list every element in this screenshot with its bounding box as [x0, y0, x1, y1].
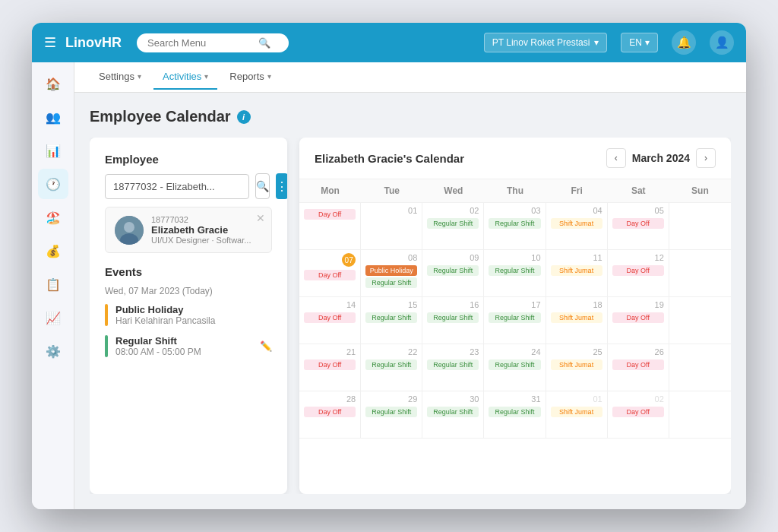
cal-cell[interactable]: 14 Day Off — [299, 297, 361, 344]
cal-cell[interactable]: 02 Regular Shift — [422, 203, 484, 249]
calendar-week-5: 28 Day Off 29 Regular Shift 30 Regular S… — [299, 391, 731, 439]
day-header-wed: Wed — [422, 179, 484, 202]
cal-cell[interactable]: 31 Regular Shift — [484, 391, 546, 438]
shift-tag: Regular Shift — [427, 312, 479, 323]
sidebar-item-analytics[interactable]: 📊 — [38, 135, 68, 166]
employee-search-input[interactable] — [105, 174, 249, 199]
reports-chevron-icon: ▾ — [267, 72, 271, 81]
calendar-prev-button[interactable]: ‹ — [606, 148, 626, 168]
cal-date: 05 — [612, 206, 664, 215]
cal-cell[interactable]: 26 Day Off — [608, 344, 669, 391]
cal-cell[interactable]: 19 Day Off — [608, 297, 669, 344]
cal-date: 23 — [427, 347, 479, 356]
cal-cell[interactable]: 29 Regular Shift — [361, 391, 422, 438]
day-header-fri: Fri — [546, 179, 608, 202]
cal-date: 10 — [489, 253, 540, 262]
hamburger-icon[interactable]: ☰ — [44, 34, 56, 51]
tab-reports[interactable]: Reports ▾ — [220, 65, 280, 90]
day-header-mon: Mon — [299, 179, 361, 202]
language-selector[interactable]: EN ▾ — [621, 33, 658, 52]
info-icon[interactable]: i — [237, 110, 251, 124]
tab-activities[interactable]: Activities ▾ — [153, 65, 217, 90]
calendar-week-1: Day Off 01 02 Regular Shift — [299, 203, 731, 250]
cal-cell[interactable] — [669, 250, 731, 296]
sidebar-item-home[interactable]: 🏠 — [38, 68, 68, 99]
calendar-header: Elizabeth Gracie's Calendar ‹ March 2024… — [299, 138, 731, 179]
cal-cell[interactable]: 09 Regular Shift — [422, 250, 484, 296]
sidebar-item-leave[interactable]: 🏖️ — [38, 202, 68, 233]
search-input[interactable] — [147, 37, 254, 49]
user-profile-button[interactable]: 👤 — [710, 30, 734, 55]
cal-cell[interactable]: 24 Regular Shift — [484, 344, 546, 391]
shift-tag: Regular Shift — [427, 407, 479, 417]
shift-tag: Day Off — [612, 312, 664, 323]
events-section: Events Wed, 07 Mar 2023 (Today) Public H… — [105, 265, 272, 366]
calendar-next-button[interactable]: › — [696, 148, 716, 168]
shift-tag: Day Off — [612, 359, 664, 370]
cal-date-today: 07 — [342, 253, 356, 267]
event-edit-button[interactable]: ✏️ — [260, 340, 272, 352]
cal-date: 09 — [427, 253, 479, 262]
dots-icon: ⋮ — [276, 179, 287, 194]
cal-cell[interactable]: 18 Shift Jumat — [546, 297, 608, 344]
cal-cell[interactable]: Day Off — [299, 203, 361, 249]
cal-cell[interactable]: 23 Regular Shift — [422, 344, 484, 391]
employee-section: Employee 🔍 ⋮ — [105, 153, 272, 253]
cal-cell[interactable]: 25 Shift Jumat — [546, 344, 608, 391]
sidebar-item-employees[interactable]: 👥 — [38, 102, 68, 132]
cal-cell[interactable]: 22 Regular Shift — [361, 344, 422, 391]
shift-tag: Shift Jumat — [551, 359, 602, 370]
shift-tag: Day Off — [304, 359, 356, 370]
cal-cell[interactable]: 17 Regular Shift — [484, 297, 546, 344]
user-icon: 👤 — [715, 36, 729, 49]
employee-role: UI/UX Designer · Softwar... — [151, 236, 262, 245]
cal-cell[interactable]: 03 Regular Shift — [484, 203, 546, 249]
shift-tag: Shift Jumat — [551, 407, 602, 417]
cal-date: 25 — [551, 347, 602, 356]
cal-cell[interactable]: 15 Regular Shift — [361, 297, 422, 344]
employee-menu-button[interactable]: ⋮ — [276, 173, 287, 199]
cal-cell[interactable] — [669, 203, 731, 249]
cal-date: 18 — [551, 300, 602, 309]
close-employee-button[interactable]: ✕ — [256, 212, 265, 224]
reports-icon: 📈 — [46, 311, 61, 325]
calendar-title: Elizabeth Gracie's Calendar — [315, 152, 464, 165]
cal-cell[interactable]: 01 Shift Jumat — [546, 391, 608, 438]
employees-icon: 👥 — [46, 110, 61, 125]
notification-button[interactable]: 🔔 — [672, 30, 696, 55]
sidebar-item-settings[interactable]: ⚙️ — [38, 336, 68, 366]
employee-section-title: Employee — [105, 153, 272, 166]
cal-cell[interactable]: 01 — [361, 203, 422, 249]
cal-cell[interactable]: 08 Public Holiday Regular Shift — [361, 250, 422, 296]
cal-cell[interactable]: 12 Day Off — [608, 250, 669, 296]
cal-cell[interactable]: 16 Regular Shift — [422, 297, 484, 344]
shift-tag: Regular Shift — [365, 407, 417, 417]
sidebar-item-reports[interactable]: 📈 — [38, 302, 68, 333]
shift-tag: Shift Jumat — [551, 265, 602, 276]
cal-cell[interactable]: 05 Day Off — [608, 203, 669, 249]
cal-cell[interactable]: 30 Regular Shift — [422, 391, 484, 438]
cal-cell[interactable]: 28 Day Off — [299, 391, 361, 438]
cal-cell[interactable]: 21 Day Off — [299, 344, 361, 391]
event-subtitle-shift: 08:00 AM - 05:00 PM — [115, 347, 252, 357]
cal-cell[interactable]: 04 Shift Jumat — [546, 203, 608, 249]
left-panel: Employee 🔍 ⋮ — [90, 138, 287, 494]
cal-cell[interactable]: 10 Regular Shift — [484, 250, 546, 296]
sidebar-item-payroll[interactable]: 💰 — [38, 236, 68, 266]
shift-tag: Regular Shift — [489, 359, 540, 370]
sidebar-item-recruitment[interactable]: 📋 — [38, 269, 68, 299]
shift-tag: Regular Shift — [489, 218, 540, 229]
cal-cell[interactable] — [669, 297, 731, 344]
sidebar-item-attendance[interactable]: 🕐 — [38, 169, 68, 199]
svg-point-1 — [124, 222, 134, 233]
tab-settings[interactable]: Settings ▾ — [90, 65, 150, 90]
cal-date: 01 — [551, 394, 602, 404]
cal-cell[interactable]: 02 Day Off — [608, 391, 669, 438]
cal-cell[interactable]: 07 Day Off — [299, 250, 361, 296]
cal-cell[interactable]: 11 Shift Jumat — [546, 250, 608, 296]
cal-cell[interactable] — [669, 344, 731, 391]
cal-cell[interactable] — [669, 391, 731, 438]
employee-search-button[interactable]: 🔍 — [255, 173, 270, 199]
settings-icon: ⚙️ — [46, 344, 61, 359]
company-selector[interactable]: PT Linov Roket Prestasi ▾ — [484, 33, 608, 52]
